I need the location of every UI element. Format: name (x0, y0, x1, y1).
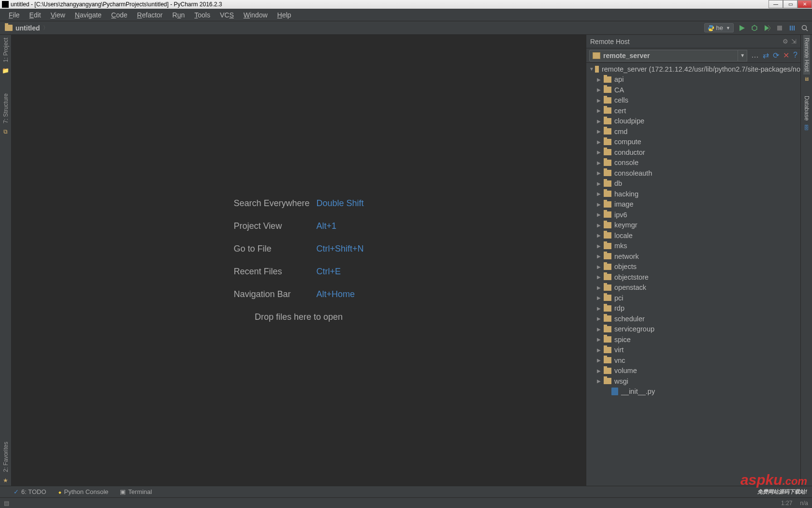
coverage-button[interactable] (763, 24, 771, 32)
menu-view[interactable]: View (46, 11, 70, 19)
tree-file[interactable]: __init__.py (586, 387, 800, 397)
server-icon (593, 52, 600, 59)
hide-panel-icon[interactable]: ⇲ (791, 38, 797, 45)
remote-tree[interactable]: ▼ remote_server (172.21.12.42/usr/lib/py… (586, 63, 800, 486)
tree-folder[interactable]: ▶ipv6 (586, 209, 800, 220)
watermark-brand: aspku (740, 472, 783, 488)
run-button[interactable] (738, 24, 746, 32)
tree-folder[interactable]: ▶conductor (586, 147, 800, 158)
tree-folder[interactable]: ▶mks (586, 241, 800, 252)
tree-folder[interactable]: ▶virt (586, 345, 800, 356)
tree-folder[interactable]: ▶volume (586, 366, 800, 376)
hint-nav-label: Navigation Bar (233, 289, 309, 299)
tool-remote-tab[interactable]: Remote Host (803, 35, 810, 75)
tool-todo-tab[interactable]: ✓6: TODO (14, 488, 46, 495)
tree-folder[interactable]: ▶cert (586, 105, 800, 116)
debug-button[interactable] (750, 24, 759, 32)
tree-folder[interactable]: ▶servicegroup (586, 324, 800, 335)
breadcrumb[interactable]: untitled 〉 (0, 24, 48, 32)
tree-folder[interactable]: ▶objects (586, 262, 800, 272)
more-button[interactable]: … (751, 51, 759, 60)
tree-folder-label: api (614, 75, 624, 83)
tool-structure-tab[interactable]: 7: Structure (2, 90, 9, 126)
tree-folder[interactable]: ▶objectstore (586, 272, 800, 283)
file-icon (611, 388, 618, 395)
gear-icon[interactable]: ⚙ (783, 38, 788, 45)
minimize-button[interactable]: — (768, 0, 783, 8)
tree-folder[interactable]: ▶db (586, 179, 800, 189)
folder-icon (604, 315, 611, 322)
chevron-right-icon: ▶ (597, 223, 603, 228)
tree-folder[interactable]: ▶spice (586, 334, 800, 345)
menu-refactor[interactable]: Refactor (132, 11, 168, 19)
maximize-button[interactable]: ▭ (783, 0, 798, 8)
tree-root[interactable]: ▼ remote_server (172.21.12.42/usr/lib/py… (586, 64, 800, 75)
folder-icon (604, 368, 611, 374)
chevron-right-icon: ▶ (597, 347, 603, 353)
menu-navigate[interactable]: Navigate (70, 11, 106, 19)
tree-folder-label: network (614, 253, 639, 260)
menu-tools[interactable]: Tools (189, 11, 215, 19)
tree-folder[interactable]: ▶cells (586, 95, 800, 106)
tree-folder[interactable]: ▶rdp (586, 303, 800, 314)
folder-icon (604, 160, 611, 166)
menu-help[interactable]: Help (273, 11, 296, 19)
tree-folder-label: objectstore (614, 273, 649, 281)
tool-favorites-tab[interactable]: 2: Favorites (2, 439, 9, 475)
disconnect-icon[interactable]: ✕ (783, 51, 789, 60)
menu-edit[interactable]: Edit (25, 11, 46, 19)
tree-folder[interactable]: ▶CA (586, 85, 800, 95)
menu-file[interactable]: File (4, 11, 25, 19)
tree-folder[interactable]: ▶openstack (586, 283, 800, 293)
python-icon: ⬥ (58, 488, 62, 495)
chevron-right-icon: ▶ (597, 378, 603, 384)
hint-nav-key: Alt+Home (317, 289, 364, 299)
tree-folder[interactable]: ▶consoleauth (586, 168, 800, 179)
folder-icon (604, 253, 611, 259)
folder-icon (604, 118, 611, 124)
tree-folder[interactable]: ▶network (586, 251, 800, 262)
status-ide-icon[interactable]: ▤ (4, 500, 9, 507)
help-icon[interactable]: ? (793, 51, 798, 60)
terminal-label: Terminal (128, 488, 152, 495)
folder-icon (604, 180, 611, 187)
update-button[interactable] (788, 24, 797, 32)
tree-folder[interactable]: ▶keymgr (586, 220, 800, 231)
tree-folder[interactable]: ▶api (586, 75, 800, 85)
run-config-selector[interactable]: he ▼ (704, 23, 734, 32)
tree-folder[interactable]: ▶cmd (586, 126, 800, 137)
search-button[interactable] (800, 24, 809, 32)
tool-project-tab[interactable]: 1: Project (2, 35, 9, 65)
tree-folder[interactable]: ▶scheduler (586, 314, 800, 324)
chevron-right-icon: ▶ (597, 368, 603, 374)
tree-folder[interactable]: ▶hacking (586, 189, 800, 199)
tree-folder[interactable]: ▶wsgi (586, 376, 800, 387)
tree-folder[interactable]: ▶console (586, 158, 800, 168)
tool-pyconsole-tab[interactable]: ⬥Python Console (58, 488, 109, 495)
diff-icon[interactable]: ⇄ (763, 51, 769, 60)
close-button[interactable]: ✕ (798, 0, 812, 8)
hint-recent-key: Ctrl+E (317, 267, 364, 277)
tree-folder-label: servicegroup (614, 325, 654, 333)
menu-vcs[interactable]: VCS (215, 11, 239, 19)
run-config-label: he (716, 24, 723, 31)
tree-file-label: __init__.py (621, 388, 655, 395)
folder-icon (604, 149, 611, 155)
menu-run[interactable]: Run (168, 11, 190, 19)
server-dropdown-button[interactable]: ▼ (738, 50, 747, 61)
refresh-icon[interactable]: ⟳ (773, 51, 779, 60)
menu-code[interactable]: Code (106, 11, 132, 19)
remote-server-selector[interactable]: remote_server (589, 50, 738, 61)
stop-button[interactable] (775, 24, 784, 32)
tree-folder[interactable]: ▶locale (586, 230, 800, 241)
breadcrumb-project: untitled (15, 24, 40, 32)
tree-folder[interactable]: ▶image (586, 199, 800, 210)
tool-terminal-tab[interactable]: ▣Terminal (120, 488, 152, 495)
menu-window[interactable]: Window (239, 11, 273, 19)
tool-database-tab[interactable]: Database (803, 93, 810, 123)
tree-folder[interactable]: ▶pci (586, 293, 800, 303)
tree-folder[interactable]: ▶compute (586, 137, 800, 148)
tree-folder[interactable]: ▶cloudpipe (586, 116, 800, 127)
tree-folder[interactable]: ▶vnc (586, 355, 800, 366)
tree-folder-label: cert (614, 107, 626, 115)
